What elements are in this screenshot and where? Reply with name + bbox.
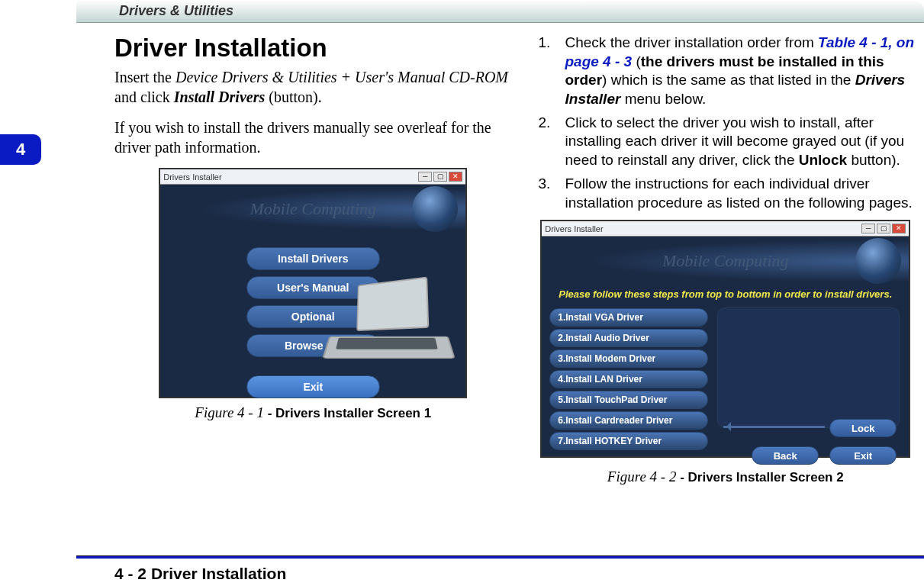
minimize-icon[interactable]: ─: [418, 172, 432, 182]
text: button).: [847, 152, 900, 168]
figure-1-caption: Figure 4 - 1 - Drivers Installer Screen …: [114, 404, 512, 421]
banner: Mobile Computing: [542, 237, 909, 285]
intro-paragraph-1: Insert the Device Drivers & Utilities + …: [114, 67, 512, 107]
button-stack: Install Drivers User's Manual Optional B…: [160, 233, 465, 398]
window-titlebar: Drivers Installer ─ ▢ ✕: [160, 169, 465, 185]
steps-list: 1. Check the driver installation order f…: [527, 34, 925, 212]
window-title: Drivers Installer: [163, 172, 221, 182]
window-body: 1.Install VGA Driver 2.Install Audio Dri…: [542, 303, 909, 474]
text: (: [632, 53, 641, 69]
driver-list: 1.Install VGA Driver 2.Install Audio Dri…: [542, 303, 717, 474]
banner: Mobile Computing: [160, 185, 465, 233]
right-panel: Lock Back Exit: [717, 303, 909, 474]
lock-button[interactable]: Lock: [829, 419, 897, 437]
drivers-installer-window-2: Drivers Installer ─ ▢ ✕ Mobile Computing…: [540, 220, 910, 458]
button-name: Unlock: [799, 152, 847, 168]
step-1: 1. Check the driver installation order f…: [565, 34, 925, 109]
footer-rule: [76, 555, 924, 559]
maximize-icon[interactable]: ▢: [877, 224, 890, 233]
intro-paragraph-2: If you wish to install the drivers manua…: [114, 118, 512, 157]
preview-panel: [717, 307, 900, 428]
caption-text: - Drivers Installer Screen 1: [268, 406, 432, 420]
window-title: Drivers Installer: [545, 224, 603, 233]
back-button[interactable]: Back: [752, 446, 819, 465]
section-heading: Driver Installation: [114, 34, 512, 63]
banner-text: Mobile Computing: [662, 251, 789, 271]
text: Follow the instructions for each individ…: [565, 175, 913, 211]
install-modem-driver-button[interactable]: 3.Install Modem Driver: [549, 349, 708, 368]
banner-text: Mobile Computing: [250, 199, 376, 219]
step-3: 3. Follow the instructions for each indi…: [565, 175, 925, 212]
install-lan-driver-button[interactable]: 4.Install LAN Driver: [549, 370, 708, 388]
install-audio-driver-button[interactable]: 2.Install Audio Driver: [549, 329, 708, 347]
close-icon[interactable]: ✕: [449, 172, 462, 182]
window-titlebar: Drivers Installer ─ ▢ ✕: [542, 221, 909, 237]
header-title: Drivers & Utilities: [76, 0, 924, 19]
step-2: 2. Click to select the driver you wish t…: [565, 114, 925, 170]
caption-number: Figure 4 - 1: [195, 404, 267, 420]
window-controls: ─ ▢ ✕: [861, 224, 906, 233]
maximize-icon[interactable]: ▢: [433, 172, 447, 182]
text: menu below.: [620, 91, 706, 107]
chapter-tab: 4: [0, 134, 41, 165]
install-prompt: Please follow these steps from top to bo…: [542, 285, 909, 303]
install-drivers-button[interactable]: Install Drivers: [246, 247, 380, 270]
text: (button).: [265, 89, 321, 105]
exit-button[interactable]: Exit: [829, 446, 897, 465]
text: ) which is the same as that listed in th…: [602, 72, 855, 88]
header-bar: Drivers & Utilities: [76, 0, 924, 23]
figure-2: Drivers Installer ─ ▢ ✕ Mobile Computing…: [527, 220, 925, 485]
install-cardreader-driver-button[interactable]: 6.Install Cardreader Driver: [549, 411, 708, 430]
install-vga-driver-button[interactable]: 1.Install VGA Driver: [549, 308, 708, 327]
footer: 4 - 2 Driver Installation: [114, 565, 286, 583]
page-number: 4 - 2: [114, 565, 146, 582]
divider-arrow: [723, 426, 825, 428]
window-controls: ─ ▢ ✕: [418, 172, 462, 182]
laptop-illustration: [326, 280, 452, 368]
text: Check the driver installation order from: [565, 34, 819, 50]
close-icon[interactable]: ✕: [892, 224, 906, 233]
figure-1: Drivers Installer ─ ▢ ✕ Mobile Computing…: [114, 168, 512, 421]
text: Insert the: [114, 69, 175, 85]
text: and click: [114, 89, 174, 105]
globe-icon: [855, 238, 901, 284]
button-name: Install Drivers: [174, 89, 265, 105]
install-touchpad-driver-button[interactable]: 5.Install TouchPad Driver: [549, 391, 708, 409]
drivers-installer-window-1: Drivers Installer ─ ▢ ✕ Mobile Computing…: [159, 168, 467, 398]
content-area: Driver Installation Insert the Device Dr…: [114, 34, 924, 540]
install-hotkey-driver-button[interactable]: 7.Install HOTKEY Driver: [549, 432, 708, 450]
right-column: 1. Check the driver installation order f…: [527, 34, 925, 540]
left-column: Driver Installation Insert the Device Dr…: [114, 34, 512, 540]
globe-icon: [412, 186, 458, 232]
product-name: Device Drivers & Utilities + User's Manu…: [175, 69, 508, 85]
exit-button[interactable]: Exit: [246, 375, 380, 398]
minimize-icon[interactable]: ─: [861, 224, 875, 233]
footer-section: Driver Installation: [151, 565, 286, 582]
